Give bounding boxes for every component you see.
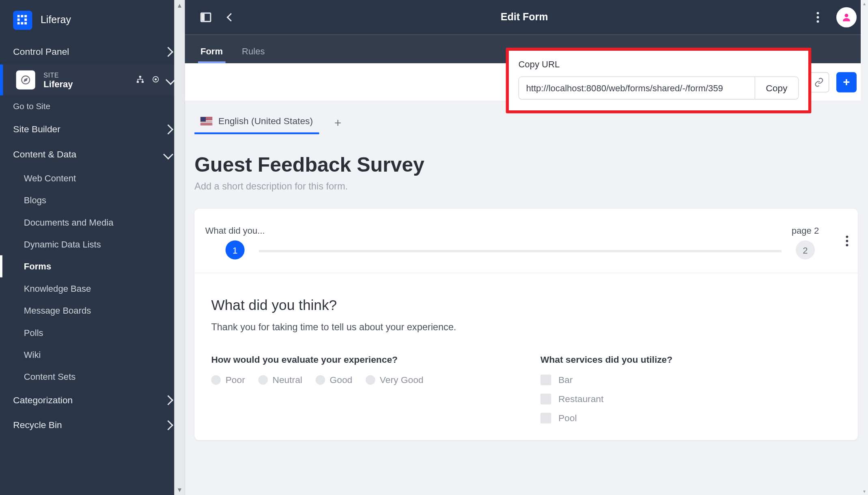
question-services[interactable]: What services did you utilize? Bar Resta…	[541, 354, 841, 424]
radio-option[interactable]: Good	[315, 374, 352, 385]
radio-label: Very Good	[380, 374, 424, 385]
topbar-more-button[interactable]	[808, 7, 828, 28]
scroll-up-icon[interactable]: ▴	[863, 0, 866, 7]
radio-icon	[211, 375, 221, 385]
tab-form[interactable]: Form	[198, 39, 225, 63]
sidebar-item-web-content[interactable]: Web Content	[0, 167, 185, 189]
add-language-button[interactable]: +	[328, 114, 347, 133]
checkbox-icon	[541, 374, 551, 385]
nav-categorization[interactable]: Categorization	[0, 388, 185, 413]
back-button[interactable]	[221, 7, 241, 28]
nav-recycle-bin[interactable]: Recycle Bin	[0, 413, 185, 438]
checkbox-option[interactable]: Restaurant	[541, 394, 841, 404]
chevron-right-icon	[163, 47, 173, 57]
target-icon[interactable]	[151, 75, 160, 85]
toggle-sidebar-button[interactable]	[196, 7, 216, 28]
svg-rect-0	[17, 15, 20, 17]
q2-label: What services did you utilize?	[541, 354, 841, 365]
step-2-label: page 2	[792, 226, 819, 236]
liferay-logo-icon	[13, 11, 32, 30]
brand-block[interactable]: Liferay	[0, 0, 185, 39]
plus-icon: +	[843, 75, 850, 89]
step-line	[259, 250, 782, 252]
checkbox-option[interactable]: Bar	[541, 374, 841, 385]
svg-point-15	[845, 14, 849, 17]
plus-icon: +	[334, 116, 341, 129]
main: Edit Form Form Rules + Copy URL	[185, 0, 868, 495]
checkbox-label: Bar	[558, 374, 573, 385]
scroll-down-icon[interactable]: ▾	[863, 488, 866, 495]
window-scrollbar[interactable]: ▴ ▾	[861, 0, 868, 495]
us-flag-icon	[200, 117, 212, 125]
radio-icon	[258, 375, 268, 385]
svg-marker-9	[24, 79, 27, 82]
scroll-up-icon[interactable]: ▴	[178, 0, 181, 11]
nav-site-builder-label: Site Builder	[13, 124, 164, 135]
nav-control-panel-label: Control Panel	[13, 47, 164, 57]
chevron-left-icon	[226, 13, 235, 22]
nav-site-builder[interactable]: Site Builder	[0, 117, 185, 142]
nav-content-data-label: Content & Data	[13, 149, 164, 160]
copy-url-title: Copy URL	[518, 59, 799, 69]
share-link-button[interactable]	[809, 72, 829, 92]
nav-categorization-label: Categorization	[13, 395, 164, 405]
checkbox-icon	[541, 413, 551, 423]
sidebar-item-wiki[interactable]: Wiki	[0, 344, 185, 366]
svg-rect-6	[21, 22, 23, 24]
radio-icon	[315, 375, 325, 385]
nav-control-panel[interactable]: Control Panel	[0, 39, 185, 65]
step-1[interactable]: What did you... 1	[211, 226, 259, 260]
form-title[interactable]: Guest Feedback Survey	[185, 134, 868, 181]
sitemap-icon[interactable]	[136, 75, 144, 85]
page-heading[interactable]: What did you think?	[211, 297, 841, 314]
svg-rect-12	[142, 81, 144, 82]
checkbox-label: Restaurant	[558, 394, 603, 404]
radio-label: Neutral	[272, 374, 302, 385]
form-page-card: What did you... 1 page 2 2 What did you …	[194, 209, 858, 440]
sidebar-item-dynamic-data-lists[interactable]: Dynamic Data Lists	[0, 233, 185, 255]
chevron-down-icon	[163, 149, 173, 159]
language-tab-en-us[interactable]: English (United States)	[194, 112, 319, 134]
user-icon	[841, 12, 852, 22]
radio-option[interactable]: Very Good	[366, 374, 424, 385]
sidebar-item-blogs[interactable]: Blogs	[0, 189, 185, 211]
nav-content-data[interactable]: Content & Data	[0, 142, 185, 167]
avatar[interactable]	[836, 7, 857, 28]
language-tabs: English (United States) +	[185, 112, 868, 134]
checkbox-option[interactable]: Pool	[541, 413, 841, 423]
question-experience[interactable]: How would you evaluate your experience? …	[211, 354, 512, 424]
site-selector[interactable]: SITE Liferay	[0, 65, 185, 95]
panel-icon	[200, 13, 211, 22]
form-description-placeholder[interactable]: Add a short description for this form.	[185, 181, 868, 209]
sidebar-item-content-sets[interactable]: Content Sets	[0, 366, 185, 387]
radio-option[interactable]: Neutral	[258, 374, 302, 385]
site-name: Liferay	[43, 78, 127, 88]
sidebar-item-knowledge-base[interactable]: Knowledge Base	[0, 278, 185, 299]
stepper-more-button[interactable]	[846, 235, 848, 246]
checkbox-icon	[541, 394, 551, 404]
sidebar-item-polls[interactable]: Polls	[0, 321, 185, 343]
svg-rect-5	[17, 22, 20, 24]
sidebar-item-forms[interactable]: Forms	[0, 255, 185, 277]
tab-rules[interactable]: Rules	[239, 39, 267, 63]
kebab-icon	[846, 235, 848, 246]
step-2-circle: 2	[796, 240, 815, 259]
chevron-right-icon	[163, 420, 173, 430]
copy-button[interactable]: Copy	[754, 77, 798, 99]
page-subtext[interactable]: Thank you for taking time to tell us abo…	[211, 322, 841, 333]
radio-option[interactable]: Poor	[211, 374, 245, 385]
scroll-down-icon[interactable]: ▾	[178, 484, 181, 495]
svg-rect-2	[24, 15, 27, 17]
sidebar-scrollbar[interactable]: ▴ ▾	[174, 0, 185, 495]
q1-label: How would you evaluate your experience?	[211, 354, 512, 365]
go-to-site-link[interactable]: Go to Site	[0, 95, 185, 117]
sidebar-item-documents[interactable]: Documents and Media	[0, 211, 185, 233]
share-url-input[interactable]	[519, 77, 754, 99]
sidebar-item-message-boards[interactable]: Message Boards	[0, 299, 185, 321]
content-area: English (United States) + Guest Feedback…	[185, 101, 868, 495]
checkbox-label: Pool	[558, 413, 577, 423]
svg-rect-3	[17, 19, 20, 21]
topbar: Edit Form	[185, 0, 868, 34]
step-2[interactable]: page 2 2	[782, 226, 829, 260]
add-field-button[interactable]: +	[836, 72, 857, 92]
